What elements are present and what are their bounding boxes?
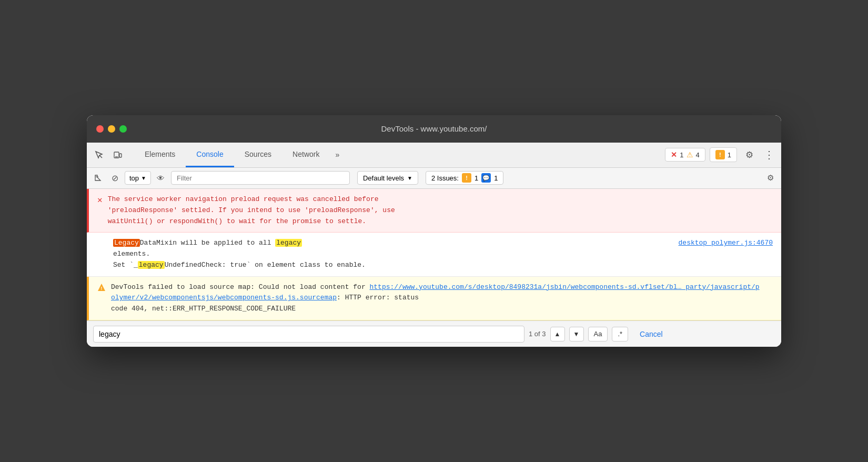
info-message-text: LegacyDataMixin will be applied to all l… [113,238,773,270]
warn-count: 4 [696,151,700,159]
tab-icons [91,147,126,163]
svg-line-0 [99,155,102,158]
find-next-button[interactable]: ▼ [569,327,584,342]
source-link[interactable]: desktop_polymer.js:4670 [679,238,773,249]
svg-text:!: ! [100,286,103,292]
issues-blue-badge: 💬 [481,173,491,183]
tabs: Elements Console Sources Network » [134,143,345,167]
issues-text: 2 Issues: [431,174,459,182]
warning-icon: ⚠ [687,150,693,159]
titlebar: DevTools - www.youtube.com/ [87,115,781,143]
devtools-body: Elements Console Sources Network » ✕ [87,143,781,347]
warning-message: ! DevTools failed to load source map: Co… [87,277,781,320]
minimize-button[interactable] [108,125,115,133]
settings-button[interactable]: ⚙ [741,147,757,163]
svg-marker-4 [95,175,100,180]
console-messages: ✕ The service worker navigation preload … [87,189,781,320]
console-settings-button[interactable]: ⚙ [763,171,777,185]
error-message: ✕ The service worker navigation preload … [87,189,781,233]
more-options-button[interactable]: ⋮ [761,147,777,163]
log-levels-selector[interactable]: Default levels ▼ [357,171,418,185]
tab-elements[interactable]: Elements [134,143,186,167]
find-previous-button[interactable]: ▲ [550,327,565,342]
svg-rect-2 [119,154,122,157]
chevron-down-icon-levels: ▼ [407,175,412,181]
filter-input[interactable] [171,171,350,185]
devtools-window: DevTools - www.youtube.com/ [87,115,781,347]
context-selector[interactable]: top ▼ [125,171,151,185]
legacy-highlight-3: legacy [138,261,165,269]
find-input[interactable] [93,326,524,343]
block-console-button[interactable]: ⊘ [108,171,122,185]
more-tabs-button[interactable]: » [330,143,345,167]
clear-console-button[interactable] [91,171,105,185]
error-icon-circle: ✕ [97,195,103,205]
regex-button[interactable]: .* [612,327,628,342]
tabs-right-area: ✕ 1 ⚠ 4 ! 1 ⚙ ⋮ [665,147,777,163]
error-count-button[interactable]: ✕ 1 ⚠ 4 [665,148,705,162]
legacy-highlight-2: legacy [275,239,302,247]
eye-button[interactable]: 👁 [154,171,168,185]
warning-message-text: DevTools failed to load source map: Coul… [111,282,760,315]
chevron-down-icon: ▼ [141,175,146,181]
issue-yellow-icon: ! [715,150,725,159]
legacy-highlight-1: Legacy [113,239,140,247]
maximize-button[interactable] [119,125,127,133]
close-button[interactable] [96,125,104,133]
warning-triangle-icon: ! [97,283,106,294]
match-case-button[interactable]: Aa [588,327,608,342]
issues-yellow-badge: ! [462,173,471,183]
tab-sources[interactable]: Sources [234,143,282,167]
error-count: 1 [680,151,683,159]
window-title: DevTools - www.youtube.com/ [381,124,487,133]
issues-yellow-count: 1 [475,174,478,182]
find-cancel-button[interactable]: Cancel [632,327,670,342]
error-message-text: The service worker navigation preload re… [108,194,395,227]
issues-counter-button[interactable]: 2 Issues: ! 1 💬 1 [426,171,504,185]
tabs-bar: Elements Console Sources Network » ✕ [87,143,781,168]
window-controls [96,125,127,133]
log-levels-label: Default levels [363,174,404,182]
inspect-element-button[interactable] [91,147,107,163]
device-toolbar-button[interactable] [110,147,126,163]
error-icon: ✕ [671,150,677,159]
issue-count: 1 [728,151,731,159]
tab-console[interactable]: Console [186,143,234,167]
issue-count-button[interactable]: ! 1 [710,147,737,162]
issues-blue-count: 1 [494,174,498,182]
find-count: 1 of 3 [529,330,546,338]
tab-network[interactable]: Network [282,143,330,167]
console-toolbar: ⊘ top ▼ 👁 Default levels ▼ 2 Issues: ! 1… [87,168,781,189]
find-bar: 1 of 3 ▲ ▼ Aa .* Cancel [87,320,781,347]
warning-source-link[interactable]: https://www.youtube.com/s/desktop/849823… [111,283,760,302]
info-message: LegacyDataMixin will be applied to all l… [87,233,781,276]
context-label: top [129,174,139,182]
